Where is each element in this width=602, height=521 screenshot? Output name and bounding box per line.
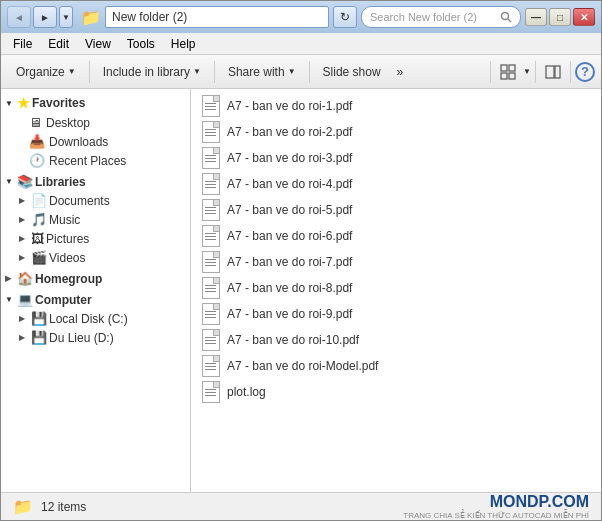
view-dropdown-chevron[interactable]: ▼ xyxy=(523,67,531,76)
pdf-file-icon xyxy=(201,277,221,299)
desktop-label: Desktop xyxy=(46,116,90,130)
recent-label: Recent Places xyxy=(49,154,126,168)
d-drive-triangle: ▶ xyxy=(19,333,29,342)
file-name: A7 - ban ve do roi-4.pdf xyxy=(227,177,352,191)
list-item[interactable]: A7 - ban ve do roi-5.pdf xyxy=(195,197,597,223)
back-button[interactable]: ◄ xyxy=(7,6,31,28)
pdf-file-icon xyxy=(201,199,221,221)
status-folder-icon: 📁 xyxy=(13,497,33,516)
pics-triangle: ▶ xyxy=(19,234,29,243)
menu-tools[interactable]: Tools xyxy=(119,35,163,53)
include-library-chevron: ▼ xyxy=(193,67,201,76)
file-list: A7 - ban ve do roi-1.pdfA7 - ban ve do r… xyxy=(191,89,601,492)
view-mode-button[interactable] xyxy=(495,59,521,85)
computer-triangle: ▼ xyxy=(5,295,15,304)
pdf-file-icon xyxy=(201,303,221,325)
view-grid-icon xyxy=(500,64,516,80)
recent-icon: 🕐 xyxy=(29,153,45,168)
list-item[interactable]: A7 - ban ve do roi-7.pdf xyxy=(195,249,597,275)
include-library-button[interactable]: Include in library ▼ xyxy=(94,59,210,85)
list-item[interactable]: A7 - ban ve do roi-Model.pdf xyxy=(195,353,597,379)
c-drive-label: Local Disk (C:) xyxy=(49,312,128,326)
nav-item-videos[interactable]: ▶ 🎬 Videos xyxy=(15,248,190,267)
svg-rect-2 xyxy=(501,65,507,71)
file-name: A7 - ban ve do roi-1.pdf xyxy=(227,99,352,113)
file-name: A7 - ban ve do roi-7.pdf xyxy=(227,255,352,269)
c-drive-icon: 💾 xyxy=(31,311,47,326)
svg-line-1 xyxy=(508,19,511,22)
nav-item-local-disk[interactable]: ▶ 💾 Local Disk (C:) xyxy=(15,309,190,328)
nav-item-desktop[interactable]: 🖥 Desktop xyxy=(1,113,190,132)
nav-item-downloads[interactable]: 📥 Downloads xyxy=(1,132,190,151)
minimize-button[interactable]: — xyxy=(525,8,547,26)
videos-triangle: ▶ xyxy=(19,253,29,262)
homegroup-header[interactable]: ▶ 🏠 Homegroup xyxy=(1,269,190,288)
search-bar[interactable]: Search New folder (2) xyxy=(361,6,521,28)
toolbar-sep-5 xyxy=(535,61,536,83)
homegroup-label: Homegroup xyxy=(35,272,102,286)
maximize-button[interactable]: □ xyxy=(549,8,571,26)
docs-label: Documents xyxy=(49,194,110,208)
nav-dropdown[interactable]: ▼ xyxy=(59,6,73,28)
menu-edit[interactable]: Edit xyxy=(40,35,77,53)
libraries-label: Libraries xyxy=(35,175,86,189)
nav-item-recent[interactable]: 🕐 Recent Places xyxy=(1,151,190,170)
toolbar: Organize ▼ Include in library ▼ Share wi… xyxy=(1,55,601,89)
computer-header[interactable]: ▼ 💻 Computer xyxy=(1,290,190,309)
file-name: A7 - ban ve do roi-3.pdf xyxy=(227,151,352,165)
address-bar[interactable]: New folder (2) xyxy=(105,6,329,28)
menu-view[interactable]: View xyxy=(77,35,119,53)
favorites-label: Favorites xyxy=(32,96,85,110)
list-item[interactable]: A7 - ban ve do roi-9.pdf xyxy=(195,301,597,327)
list-item[interactable]: A7 - ban ve do roi-4.pdf xyxy=(195,171,597,197)
close-button[interactable]: ✕ xyxy=(573,8,595,26)
menu-bar: File Edit View Tools Help xyxy=(1,33,601,55)
nav-item-music[interactable]: ▶ 🎵 Music xyxy=(15,210,190,229)
file-name: A7 - ban ve do roi-8.pdf xyxy=(227,281,352,295)
share-with-button[interactable]: Share with ▼ xyxy=(219,59,305,85)
toolbar-right: ▼ ? xyxy=(488,59,595,85)
list-item[interactable]: A7 - ban ve do roi-8.pdf xyxy=(195,275,597,301)
log-file-icon xyxy=(201,381,221,403)
list-item[interactable]: A7 - ban ve do roi-10.pdf xyxy=(195,327,597,353)
libraries-items: ▶ 📄 Documents ▶ 🎵 Music ▶ 🖼 Pictures xyxy=(15,191,190,267)
libraries-header[interactable]: ▼ 📚 Libraries xyxy=(1,172,190,191)
search-icon xyxy=(500,11,512,23)
list-item[interactable]: A7 - ban ve do roi-6.pdf xyxy=(195,223,597,249)
refresh-button[interactable]: ↻ xyxy=(333,6,357,28)
videos-icon: 🎬 xyxy=(31,250,47,265)
pdf-file-icon xyxy=(201,251,221,273)
nav-item-du-lieu[interactable]: ▶ 💾 Du Lieu (D:) xyxy=(15,328,190,347)
downloads-label: Downloads xyxy=(49,135,108,149)
forward-button[interactable]: ► xyxy=(33,6,57,28)
file-name: A7 - ban ve do roi-Model.pdf xyxy=(227,359,378,373)
favorites-star-icon: ★ xyxy=(17,95,30,111)
list-item[interactable]: A7 - ban ve do roi-3.pdf xyxy=(195,145,597,171)
favorites-header[interactable]: ▼ ★ Favorites xyxy=(1,93,190,113)
nav-item-documents[interactable]: ▶ 📄 Documents xyxy=(15,191,190,210)
slide-show-button[interactable]: Slide show xyxy=(314,59,390,85)
brand-tagline: TRANG CHIA SẺ KIẾN THỨC AUTOCAD MIỄN PHÍ xyxy=(403,511,589,520)
more-button[interactable]: » xyxy=(392,59,409,85)
nav-item-pictures[interactable]: ▶ 🖼 Pictures xyxy=(15,229,190,248)
toolbar-sep-1 xyxy=(89,61,90,83)
menu-file[interactable]: File xyxy=(5,35,40,53)
list-item[interactable]: A7 - ban ve do roi-2.pdf xyxy=(195,119,597,145)
libraries-section: ▼ 📚 Libraries ▶ 📄 Documents ▶ 🎵 Music xyxy=(1,172,190,267)
list-item[interactable]: A7 - ban ve do roi-1.pdf xyxy=(195,93,597,119)
pdf-file-icon xyxy=(201,329,221,351)
list-item[interactable]: plot.log xyxy=(195,379,597,405)
svg-rect-6 xyxy=(546,66,554,78)
preview-pane-button[interactable] xyxy=(540,59,566,85)
address-folder-icon: 📁 xyxy=(81,8,101,27)
homegroup-icon: 🏠 xyxy=(17,271,33,286)
organize-button[interactable]: Organize ▼ xyxy=(7,59,85,85)
pdf-file-icon xyxy=(201,355,221,377)
pdf-file-icon xyxy=(201,173,221,195)
toolbar-sep-4 xyxy=(490,61,491,83)
pics-label: Pictures xyxy=(46,232,89,246)
search-placeholder: Search New folder (2) xyxy=(370,11,496,23)
menu-help[interactable]: Help xyxy=(163,35,204,53)
help-button[interactable]: ? xyxy=(575,62,595,82)
svg-rect-4 xyxy=(501,73,507,79)
